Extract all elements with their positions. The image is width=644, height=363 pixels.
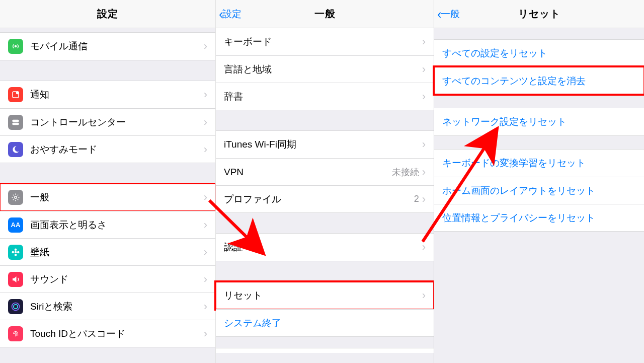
row-label: iTunes Wi-Fi同期 bbox=[224, 138, 422, 151]
pane-reset: ‹ 一般 リセット すべての設定をリセット › すべてのコンテンツと設定を消去 … bbox=[434, 0, 644, 363]
siri-icon bbox=[8, 299, 23, 314]
navbar-title: 一般 bbox=[216, 0, 434, 28]
fingerprint-icon bbox=[8, 326, 23, 341]
row-label: リセット bbox=[224, 289, 422, 302]
row-control-center[interactable]: コントロールセンター › bbox=[0, 108, 215, 135]
row-detail: 2 bbox=[414, 194, 419, 204]
notification-icon bbox=[8, 87, 23, 102]
navbar-title: リセット bbox=[434, 0, 644, 28]
row-label: 認証 bbox=[224, 241, 422, 254]
svg-point-7 bbox=[15, 248, 17, 251]
row-label: Touch IDとパスコード bbox=[30, 327, 204, 340]
row-reset-location-privacy[interactable]: 位置情報とプライバシーをリセット › bbox=[434, 204, 644, 231]
row-label: プロファイル bbox=[224, 193, 414, 206]
chevron-right-icon: › bbox=[204, 273, 207, 286]
row-do-not-disturb[interactable]: おやすみモード › bbox=[0, 135, 215, 163]
row-reset-network[interactable]: ネットワーク設定をリセット › bbox=[434, 108, 644, 135]
chevron-right-icon: › bbox=[204, 327, 207, 340]
moon-icon bbox=[8, 142, 23, 157]
svg-rect-3 bbox=[12, 119, 19, 122]
row-label: 辞書 bbox=[224, 90, 422, 103]
row-label: キーボード bbox=[224, 35, 422, 48]
row-label: すべての設定をリセット bbox=[442, 47, 636, 60]
chevron-right-icon: › bbox=[422, 289, 426, 302]
pane-settings: 設定 モバイル通信 › 通知 › bbox=[0, 0, 215, 363]
chevron-right-icon: › bbox=[204, 219, 207, 232]
row-sounds[interactable]: サウンド › bbox=[0, 265, 215, 293]
svg-point-10 bbox=[17, 251, 20, 253]
row-label: 壁紙 bbox=[30, 246, 204, 259]
svg-point-12 bbox=[14, 304, 18, 308]
chevron-right-icon: › bbox=[204, 116, 207, 129]
svg-point-9 bbox=[12, 251, 15, 253]
antenna-icon bbox=[8, 39, 23, 54]
navbar-reset: ‹ 一般 リセット bbox=[434, 0, 644, 28]
row-reset-all-settings[interactable]: すべての設定をリセット › bbox=[434, 40, 644, 67]
svg-point-0 bbox=[15, 46, 17, 47]
row-reset-keyboard[interactable]: キーボードの変換学習をリセット › bbox=[434, 150, 644, 177]
chevron-right-icon: › bbox=[422, 63, 426, 76]
row-label: 通知 bbox=[30, 88, 204, 101]
row-label: 言語と地域 bbox=[224, 63, 422, 76]
row-profile[interactable]: プロファイル 2 › bbox=[216, 185, 434, 212]
row-vpn[interactable]: VPN 未接続 › bbox=[216, 158, 434, 185]
chevron-right-icon: › bbox=[204, 40, 207, 53]
row-detail: 未接続 bbox=[392, 166, 419, 178]
row-general[interactable]: 一般 › bbox=[0, 184, 215, 211]
svg-point-8 bbox=[15, 254, 17, 256]
row-shutdown[interactable]: システム終了 › bbox=[216, 309, 434, 336]
row-wallpaper[interactable]: 壁紙 › bbox=[0, 238, 215, 265]
row-label: 位置情報とプライバシーをリセット bbox=[442, 211, 636, 225]
navbar-title: 設定 bbox=[0, 0, 215, 28]
row-label: Siriと検索 bbox=[30, 300, 204, 313]
svg-point-2 bbox=[16, 91, 19, 94]
row-label: コントロールセンター bbox=[30, 116, 204, 129]
row-reset[interactable]: リセット › bbox=[216, 282, 434, 309]
text-size-icon: AA bbox=[8, 217, 23, 233]
pane-general: ‹ 設定 一般 キーボード › 言語と地域 › 辞書 › iTunes Wi-F… bbox=[215, 0, 434, 363]
row-authentication[interactable]: 認証 › bbox=[216, 234, 434, 261]
row-dictionary[interactable]: 辞書 › bbox=[216, 83, 434, 110]
chevron-right-icon: › bbox=[422, 138, 426, 151]
row-itunes-wifi-sync[interactable]: iTunes Wi-Fi同期 › bbox=[216, 131, 434, 158]
chevron-right-icon: › bbox=[204, 191, 207, 204]
row-label: ネットワーク設定をリセット bbox=[442, 115, 636, 128]
row-label: おやすみモード bbox=[30, 143, 204, 156]
chevron-right-icon: › bbox=[204, 88, 207, 101]
svg-point-6 bbox=[15, 251, 17, 253]
chevron-right-icon: › bbox=[422, 166, 426, 179]
navbar-general: ‹ 設定 一般 bbox=[216, 0, 434, 28]
chevron-right-icon: › bbox=[204, 300, 207, 313]
row-reset-home-layout[interactable]: ホーム画面のレイアウトをリセット › bbox=[434, 177, 644, 204]
row-label: システム終了 bbox=[224, 317, 426, 330]
chevron-right-icon: › bbox=[422, 35, 426, 48]
row-label: キーボードの変換学習をリセット bbox=[442, 157, 636, 170]
chevron-right-icon: › bbox=[422, 90, 426, 103]
row-siri[interactable]: Siriと検索 › bbox=[0, 293, 215, 320]
row-label: すべてのコンテンツと設定を消去 bbox=[442, 75, 636, 88]
row-keyboard[interactable]: キーボード › bbox=[216, 28, 434, 55]
svg-point-11 bbox=[12, 303, 20, 310]
row-language-region[interactable]: 言語と地域 › bbox=[216, 55, 434, 83]
gear-icon bbox=[8, 190, 23, 205]
toggle-icon bbox=[8, 115, 23, 130]
row-label: VPN bbox=[224, 167, 392, 178]
row-mobile-data[interactable]: モバイル通信 › bbox=[0, 33, 215, 60]
row-erase-all-content[interactable]: すべてのコンテンツと設定を消去 › bbox=[434, 67, 644, 94]
chevron-right-icon: › bbox=[204, 246, 207, 259]
svg-point-5 bbox=[15, 196, 17, 199]
row-label: 画面表示と明るさ bbox=[30, 219, 204, 232]
row-notifications[interactable]: 通知 › bbox=[0, 81, 215, 108]
speaker-icon bbox=[8, 272, 23, 287]
row-label: サウンド bbox=[30, 273, 204, 286]
svg-rect-4 bbox=[12, 122, 19, 125]
flower-icon bbox=[8, 245, 23, 260]
row-label: 一般 bbox=[30, 191, 204, 204]
chevron-right-icon: › bbox=[422, 193, 426, 206]
row-label: モバイル通信 bbox=[30, 40, 204, 53]
navbar-settings: 設定 bbox=[0, 0, 215, 28]
row-touchid[interactable]: Touch IDとパスコード › bbox=[0, 320, 215, 347]
chevron-right-icon: › bbox=[204, 143, 207, 156]
row-display[interactable]: AA 画面表示と明るさ › bbox=[0, 211, 215, 238]
row-label: ホーム画面のレイアウトをリセット bbox=[442, 184, 636, 197]
